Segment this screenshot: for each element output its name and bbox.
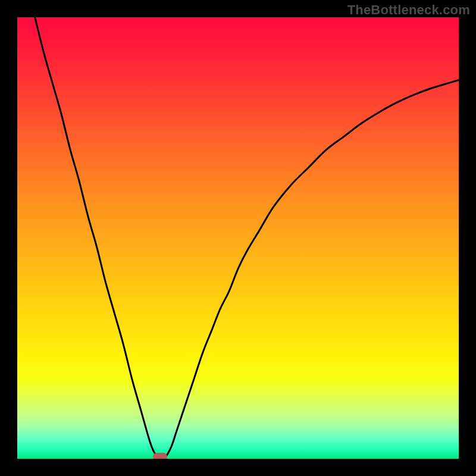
optimal-point-marker [153,453,167,459]
gradient-background [17,17,459,459]
gradient-rect [17,17,459,459]
plot-area [17,17,459,459]
chart-frame: TheBottleneck.com [0,0,476,476]
watermark-text: TheBottleneck.com [347,2,470,18]
